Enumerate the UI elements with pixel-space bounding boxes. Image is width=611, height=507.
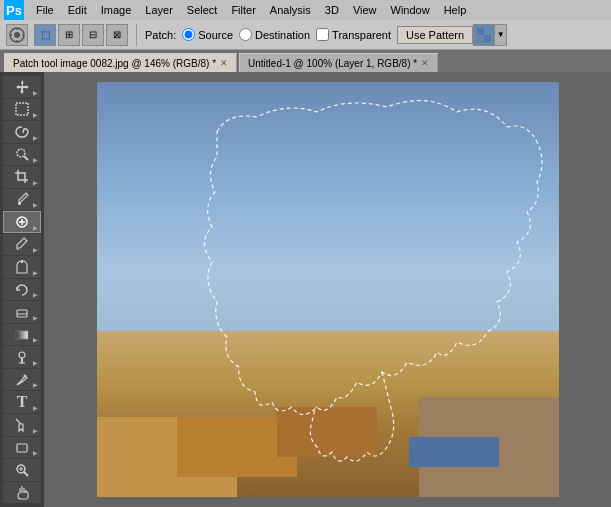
- patch-label: Patch:: [145, 29, 176, 41]
- svg-rect-24: [17, 444, 27, 452]
- menu-layer[interactable]: Layer: [139, 3, 179, 17]
- tool-text[interactable]: T ▶: [3, 391, 41, 413]
- destination-radio[interactable]: [239, 28, 252, 41]
- menu-filter[interactable]: Filter: [225, 3, 261, 17]
- tab-image2[interactable]: Untitled-1 @ 100% (Layer 1, RGB/8) * ✕: [239, 53, 438, 72]
- svg-rect-7: [477, 28, 484, 35]
- source-label: Source: [198, 29, 233, 41]
- tool-zoom[interactable]: [3, 459, 41, 481]
- destination-radio-label[interactable]: Destination: [239, 28, 310, 41]
- main-content: ▶ ▶ ▶ ▶ ▶ ▶ ▶: [0, 72, 611, 507]
- image-canvas: [97, 82, 559, 497]
- menu-window[interactable]: Window: [385, 3, 436, 17]
- dome-base: [409, 437, 499, 467]
- tool-hand[interactable]: [3, 482, 41, 504]
- tool-arrow: ▶: [33, 359, 38, 366]
- tool-arrow: ▶: [33, 246, 38, 253]
- new-selection-btn[interactable]: ⬚: [34, 24, 56, 46]
- tool-quick-select[interactable]: ▶: [3, 144, 41, 166]
- tool-move[interactable]: ▶: [3, 76, 41, 98]
- toolbar: ▶ ▶ ▶ ▶ ▶ ▶ ▶: [0, 72, 44, 507]
- tab-image2-label: Untitled-1 @ 100% (Layer 1, RGB/8) *: [248, 58, 417, 69]
- tool-eyedropper[interactable]: ▶: [3, 189, 41, 211]
- tool-arrow: ▶: [33, 314, 38, 321]
- subtract-selection-btn[interactable]: ⊟: [82, 24, 104, 46]
- tool-clone-stamp[interactable]: ▶: [3, 256, 41, 278]
- transparent-label: Transparent: [332, 29, 391, 41]
- tool-arrow: ▶: [33, 269, 38, 276]
- tool-arrow: ▶: [33, 111, 38, 118]
- menu-edit[interactable]: Edit: [62, 3, 93, 17]
- menu-image[interactable]: Image: [95, 3, 138, 17]
- tool-arrow: ▶: [33, 427, 38, 434]
- tool-arrow: ▶: [33, 291, 38, 298]
- buildings-foreground: [97, 331, 559, 497]
- app-logo: Ps: [4, 0, 24, 20]
- svg-point-23: [24, 374, 27, 377]
- intersect-selection-btn[interactable]: ⊠: [106, 24, 128, 46]
- menu-bar: Ps File Edit Image Layer Select Filter A…: [0, 0, 611, 20]
- tool-arrow: ▶: [33, 201, 38, 208]
- svg-rect-9: [16, 103, 28, 115]
- pattern-preview: [473, 24, 495, 46]
- svg-point-20: [19, 352, 25, 358]
- source-radio-label[interactable]: Source: [182, 28, 233, 41]
- svg-rect-19: [16, 331, 28, 339]
- tab-image2-close[interactable]: ✕: [421, 58, 429, 68]
- options-bar: ⬚ ⊞ ⊟ ⊠ Patch: Source Destination Transp…: [0, 20, 611, 50]
- tool-arrow: ▶: [33, 381, 38, 388]
- tool-eraser[interactable]: ▶: [3, 301, 41, 323]
- tool-brush[interactable]: ▶: [3, 234, 41, 256]
- svg-point-1: [14, 32, 20, 38]
- svg-rect-8: [484, 35, 491, 42]
- svg-line-11: [24, 156, 28, 160]
- tool-pen[interactable]: ▶: [3, 369, 41, 391]
- source-radio[interactable]: [182, 28, 195, 41]
- tab-image1-close[interactable]: ✕: [220, 58, 228, 68]
- tool-arrow: ▶: [33, 134, 38, 141]
- tool-arrow: ▶: [33, 179, 38, 186]
- tool-arrow: ▶: [33, 449, 38, 456]
- menu-view[interactable]: View: [347, 3, 383, 17]
- svg-rect-12: [18, 202, 21, 205]
- tab-image1[interactable]: Patch tool image 0082.jpg @ 146% (RGB/8)…: [4, 53, 237, 72]
- transparent-checkbox[interactable]: [316, 28, 329, 41]
- transparent-checkbox-label[interactable]: Transparent: [316, 28, 391, 41]
- dome: [409, 357, 499, 467]
- pattern-dropdown-arrow[interactable]: ▼: [495, 24, 507, 46]
- tool-arrow: ▶: [33, 89, 38, 96]
- tool-history-brush[interactable]: ▶: [3, 279, 41, 301]
- menu-3d[interactable]: 3D: [319, 3, 345, 17]
- tool-preset-btn[interactable]: [6, 24, 28, 46]
- separator: [136, 24, 137, 46]
- destination-label: Destination: [255, 29, 310, 41]
- tool-arrow: ▶: [33, 336, 38, 343]
- menu-help[interactable]: Help: [438, 3, 473, 17]
- tool-marquee[interactable]: ▶: [3, 99, 41, 121]
- menu-analysis[interactable]: Analysis: [264, 3, 317, 17]
- menu-file[interactable]: File: [30, 3, 60, 17]
- svg-line-26: [24, 472, 28, 476]
- building3: [277, 407, 377, 457]
- tool-lasso[interactable]: ▶: [3, 121, 41, 143]
- tool-gradient[interactable]: ▶: [3, 324, 41, 346]
- canvas-area[interactable]: [44, 72, 611, 507]
- tool-arrow: ▶: [33, 404, 38, 411]
- tool-arrow: ▶: [33, 224, 38, 231]
- add-selection-btn[interactable]: ⊞: [58, 24, 80, 46]
- tab-image1-label: Patch tool image 0082.jpg @ 146% (RGB/8)…: [13, 58, 216, 69]
- tool-arrow: ▶: [33, 156, 38, 163]
- sky-background: [97, 82, 559, 352]
- tool-heal[interactable]: ▶: [3, 211, 41, 233]
- svg-point-10: [17, 149, 25, 157]
- tool-shape[interactable]: ▶: [3, 437, 41, 459]
- use-pattern-button[interactable]: Use Pattern: [397, 26, 473, 44]
- tool-path-select[interactable]: ▶: [3, 414, 41, 436]
- tool-crop[interactable]: ▶: [3, 166, 41, 188]
- menu-select[interactable]: Select: [181, 3, 224, 17]
- tool-dodge[interactable]: ▶: [3, 346, 41, 368]
- tabs-bar: Patch tool image 0082.jpg @ 146% (RGB/8)…: [0, 50, 611, 72]
